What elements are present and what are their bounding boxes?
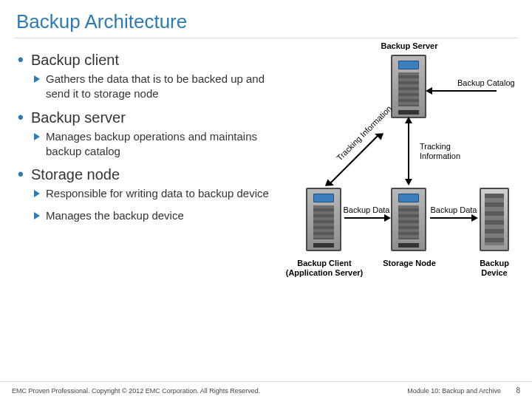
label-backup-client-line1: Backup Client xyxy=(297,259,351,267)
label-backup-server: Backup Server xyxy=(365,41,454,51)
label-data-left: Backup Data xyxy=(343,205,390,215)
backup-client-icon xyxy=(306,188,341,251)
heading-backup-client: Backup client xyxy=(18,52,269,69)
bullet-server-1: Manages backup operations and maintains … xyxy=(18,129,269,160)
footer: EMC Proven Professional. Copyright © 201… xyxy=(0,381,532,399)
footer-copyright: EMC Proven Professional. Copyright © 201… xyxy=(12,387,260,395)
divider xyxy=(15,38,517,38)
bullet-node-1: Responsible for writing data to backup d… xyxy=(18,186,269,201)
arrow-catalog xyxy=(432,90,497,92)
bullet-client-1: Gathers the data that is to be backed up… xyxy=(18,72,269,102)
arrowhead-data-left xyxy=(384,214,391,222)
label-tracking-right: Tracking Information xyxy=(420,142,471,160)
label-backup-client-line2: (Application Server) xyxy=(286,268,364,277)
label-backup-client: Backup Client (Application Server) xyxy=(276,259,372,277)
heading-backup-server: Backup server xyxy=(18,109,269,126)
content-area: Backup client Gathers the data that is t… xyxy=(0,46,532,341)
label-backup-device: Backup Device xyxy=(468,259,520,277)
arrowhead-tracking-ur xyxy=(375,129,386,140)
footer-page: 8 xyxy=(502,386,520,395)
label-tracking-diag: Tracking Information xyxy=(332,101,397,166)
arrowhead-data-right xyxy=(471,214,478,222)
page-title: Backup Architecture xyxy=(0,0,532,38)
footer-module: Module 10: Backup and Archive xyxy=(407,387,501,395)
bullet-column: Backup client Gathers the data that is t… xyxy=(18,46,269,341)
label-backup-device-l2: Device xyxy=(481,268,507,277)
arrow-data-left xyxy=(344,217,386,219)
storage-node-icon xyxy=(391,188,426,251)
backup-server-icon xyxy=(391,55,426,118)
heading-storage-node: Storage node xyxy=(18,166,269,183)
arrowhead-catalog xyxy=(426,87,432,95)
arrow-data-right xyxy=(430,217,473,219)
arrowhead-tracking-down xyxy=(405,179,412,185)
arrowhead-tracking-up xyxy=(405,117,412,123)
label-backup-catalog: Backup Catalog xyxy=(457,78,515,88)
bullet-node-2: Manages the backup device xyxy=(18,208,269,223)
label-backup-device-l1: Backup xyxy=(480,259,509,267)
diagram-area: Backup Server Backup Catalog Tracking In… xyxy=(269,46,525,341)
arrow-tracking-vert xyxy=(408,121,409,180)
label-storage-node: Storage Node xyxy=(376,259,443,268)
label-data-right: Backup Data xyxy=(430,205,477,215)
backup-device-icon xyxy=(480,188,509,251)
